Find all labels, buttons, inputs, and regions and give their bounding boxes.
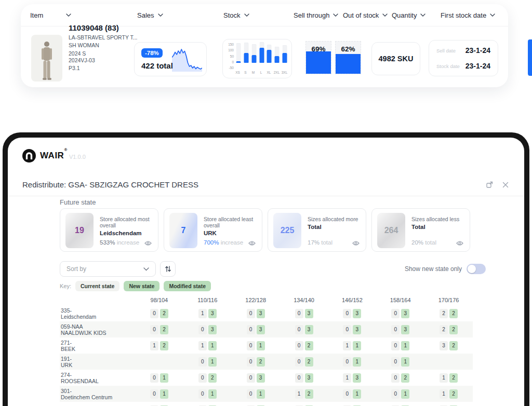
current-state-pill[interactable]: 0 [391, 389, 400, 399]
current-state-pill[interactable]: 0 [247, 341, 255, 350]
new-state-pill[interactable]: 1 [208, 341, 217, 350]
eye-icon[interactable] [352, 240, 360, 246]
new-state-pill[interactable]: 1 [401, 341, 409, 350]
eye-icon[interactable] [456, 240, 463, 246]
new-state-pill[interactable]: 3 [257, 309, 265, 318]
new-state-pill[interactable]: 3 [305, 325, 313, 334]
new-state-pill[interactable]: 1 [208, 389, 217, 399]
current-state-pill[interactable]: 0 [343, 357, 351, 367]
current-state-pill[interactable]: 0 [343, 389, 351, 399]
current-state-pill[interactable]: 0 [295, 325, 303, 334]
current-state-pill[interactable]: 0 [391, 325, 400, 334]
new-state-pill[interactable]: 1 [401, 389, 409, 399]
current-state-pill[interactable]: 0 [391, 341, 400, 350]
new-state-pill[interactable]: 2 [160, 325, 168, 334]
column-header-quantity[interactable]: Quantity [392, 4, 425, 26]
new-state-pill[interactable]: 3 [353, 325, 361, 334]
column-header-item[interactable]: Item [30, 4, 71, 26]
new-state-pill[interactable]: 3 [208, 309, 217, 318]
sort-by-select[interactable]: Sort by [60, 261, 156, 277]
current-state-pill[interactable]: 0 [247, 373, 255, 383]
new-state-pill[interactable]: 2 [160, 341, 168, 350]
stock-cell-card[interactable]: 150100500-50 XSSMLXL2XL3XL [222, 39, 292, 78]
new-state-pill[interactable]: 1 [160, 389, 168, 399]
current-state-pill[interactable]: 0 [295, 309, 303, 318]
current-state-pill[interactable]: 1 [150, 341, 158, 350]
column-header-sell-through[interactable]: Sell through [294, 4, 338, 26]
current-state-pill[interactable]: 0 [150, 389, 158, 399]
current-state-pill[interactable]: 0 [198, 325, 207, 334]
new-state-pill[interactable]: 1 [208, 357, 217, 367]
eye-icon[interactable] [144, 240, 152, 246]
out-of-stock-cell[interactable]: 62% [335, 41, 361, 74]
current-state-pill[interactable]: 0 [198, 357, 207, 367]
current-state-pill[interactable]: 0 [343, 309, 351, 318]
current-state-pill[interactable]: 1 [198, 341, 207, 350]
new-state-pill[interactable]: 3 [257, 373, 265, 383]
column-header-stock[interactable]: Stock [223, 4, 249, 26]
dates-cell-card[interactable]: Sell date 23-1-24 Stock date 23-1-24 [429, 40, 498, 76]
new-state-pill[interactable]: 3 [257, 325, 265, 334]
new-state-pill[interactable]: 2 [305, 341, 313, 350]
current-state-pill[interactable]: 0 [198, 373, 207, 383]
current-state-pill[interactable]: 0 [247, 309, 255, 318]
current-state-pill[interactable]: 0 [391, 373, 400, 383]
new-state-pill[interactable]: 1 [257, 389, 265, 399]
new-state-pill[interactable]: 3 [353, 373, 361, 383]
right-edge-scroll-indicator[interactable] [528, 39, 532, 76]
new-state-pill[interactable]: 2 [208, 373, 217, 383]
current-state-pill[interactable]: 0 [391, 309, 400, 318]
new-state-pill[interactable]: 3 [305, 309, 313, 318]
new-state-pill[interactable]: 3 [401, 325, 409, 334]
show-new-state-toggle[interactable] [467, 264, 486, 274]
current-state-pill[interactable]: 0 [343, 325, 351, 334]
new-state-pill[interactable]: 1 [160, 373, 168, 383]
current-state-pill[interactable]: 0 [295, 357, 303, 367]
current-state-pill[interactable]: 0 [295, 341, 303, 350]
current-state-pill[interactable]: 1 [440, 373, 448, 383]
current-state-pill[interactable]: 2 [440, 309, 448, 318]
current-state-pill[interactable]: 0 [247, 357, 255, 367]
current-state-pill[interactable]: 3 [440, 341, 448, 350]
eye-icon[interactable] [248, 240, 256, 246]
new-state-pill[interactable]: 3 [208, 325, 217, 334]
column-header-first-stock-date[interactable]: First stock date [441, 4, 495, 26]
new-state-pill[interactable]: 3 [353, 309, 361, 318]
quantity-cell-card[interactable]: 4982 SKU [371, 42, 420, 75]
current-state-pill[interactable]: 0 [247, 325, 255, 334]
close-icon[interactable] [502, 182, 509, 188]
sales-cell-card[interactable]: -78% 422 total [134, 42, 207, 76]
new-state-pill[interactable]: 2 [449, 373, 458, 383]
new-state-pill[interactable]: 1 [257, 341, 265, 350]
current-state-pill[interactable]: 1 [343, 341, 351, 350]
current-state-pill[interactable]: 1 [198, 309, 207, 318]
new-state-pill[interactable]: 2 [449, 309, 458, 318]
new-state-pill[interactable]: 1 [353, 357, 361, 367]
new-state-pill[interactable]: 2 [401, 373, 409, 383]
new-state-pill[interactable]: 2 [305, 389, 313, 399]
current-state-pill[interactable]: 1 [343, 373, 351, 383]
sort-direction-button[interactable] [160, 261, 176, 277]
current-state-pill[interactable]: 1 [295, 389, 303, 399]
new-state-pill[interactable]: 3 [401, 309, 409, 318]
new-state-pill[interactable]: 2 [449, 389, 458, 399]
current-state-pill[interactable]: 0 [391, 357, 400, 367]
expand-icon[interactable] [486, 181, 493, 188]
current-state-pill[interactable]: 2 [440, 325, 448, 334]
new-state-pill[interactable]: 2 [449, 325, 458, 334]
product-thumbnail[interactable] [31, 35, 62, 82]
column-header-out-of-stock[interactable]: Out of stock [343, 4, 388, 26]
current-state-pill[interactable]: 0 [150, 309, 158, 318]
current-state-pill[interactable]: 0 [295, 373, 303, 383]
column-header-sales[interactable]: Sales [137, 4, 163, 26]
new-state-pill[interactable]: 1 [353, 341, 361, 350]
current-state-pill[interactable]: 0 [247, 389, 255, 399]
sell-through-cell[interactable]: 69% [305, 41, 331, 74]
current-state-pill[interactable]: 0 [150, 373, 158, 383]
new-state-pill[interactable]: 2 [449, 341, 458, 350]
new-state-pill[interactable]: 2 [160, 309, 168, 318]
current-state-pill[interactable]: 0 [198, 389, 207, 399]
new-state-pill[interactable]: 3 [305, 373, 313, 383]
new-state-pill[interactable]: 2 [305, 357, 313, 367]
current-state-pill[interactable]: 0 [150, 325, 158, 334]
